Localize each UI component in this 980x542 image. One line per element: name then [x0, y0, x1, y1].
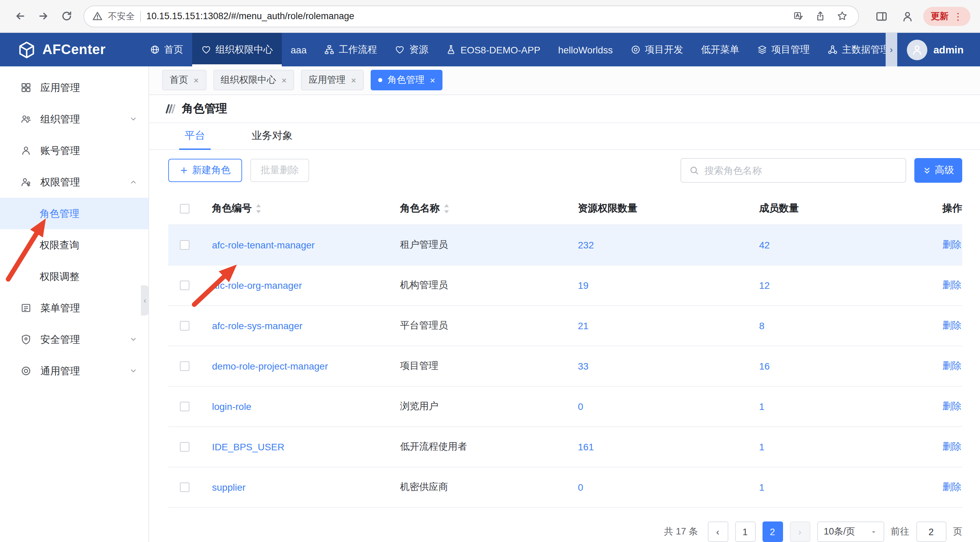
browser-forward-button[interactable]: [33, 6, 53, 26]
row-checkbox[interactable]: [180, 442, 189, 452]
page-tab-chip[interactable]: 组织权限中心 ×: [213, 70, 294, 91]
top-nav-item[interactable]: 主数据管理: [819, 33, 886, 66]
role-id-link[interactable]: afc-role-tenant-manager: [212, 239, 315, 250]
nav-scroll-right-icon[interactable]: ›: [886, 33, 897, 66]
resource-count-link[interactable]: 19: [578, 280, 589, 291]
delete-link[interactable]: 删除: [942, 481, 961, 493]
resource-count-link[interactable]: 21: [578, 320, 589, 331]
search-input[interactable]: [705, 165, 897, 176]
page-tab-chip[interactable]: 应用管理 ×: [301, 70, 363, 91]
member-count-link[interactable]: 16: [759, 361, 770, 371]
member-count-link[interactable]: 12: [759, 280, 770, 291]
browser-update-button[interactable]: 更新 ⋮: [923, 6, 970, 26]
batch-delete-button[interactable]: 批量删除: [250, 159, 309, 182]
role-id-link[interactable]: IDE_BPS_USER: [212, 442, 285, 452]
table-row[interactable]: supplier 机密供应商 0 1 删除: [168, 467, 962, 508]
role-search-box[interactable]: [681, 158, 906, 183]
sidebar-item[interactable]: 组织管理: [0, 103, 148, 135]
page-size-select[interactable]: 10条/页: [817, 521, 884, 542]
top-nav-item[interactable]: 组织权限中心: [192, 33, 282, 66]
sidebar-item[interactable]: 通用管理: [0, 355, 148, 387]
sort-icon[interactable]: [443, 203, 450, 214]
browser-reload-button[interactable]: [56, 6, 76, 26]
close-icon[interactable]: ×: [351, 76, 356, 85]
resource-count-link[interactable]: 161: [578, 442, 594, 452]
member-count-link[interactable]: 1: [759, 482, 765, 493]
row-checkbox[interactable]: [180, 483, 189, 492]
role-id-link[interactable]: afc-role-sys-manager: [212, 320, 302, 331]
bookmark-star-icon[interactable]: [834, 8, 850, 24]
select-all-checkbox[interactable]: [180, 204, 189, 213]
table-row[interactable]: afc-role-sys-manager 平台管理员 21 8 删除: [168, 306, 962, 346]
page-tab-chip[interactable]: 角色管理 ×: [371, 70, 443, 91]
role-id-link[interactable]: demo-role-project-manager: [212, 361, 328, 371]
new-role-button[interactable]: 新建角色: [168, 159, 242, 182]
close-icon[interactable]: ×: [282, 76, 286, 85]
row-checkbox[interactable]: [180, 321, 189, 330]
resource-count-link[interactable]: 0: [578, 401, 583, 412]
table-row[interactable]: afc-role-org-manager 机构管理员 19 12 删除: [168, 266, 962, 306]
row-checkbox[interactable]: [180, 361, 189, 371]
member-count-link[interactable]: 42: [759, 239, 770, 250]
top-nav-item[interactable]: aaa: [282, 33, 316, 66]
table-row[interactable]: IDE_BPS_USER 低开流程使用者 161 1 删除: [168, 427, 962, 467]
prev-page-button[interactable]: ‹: [708, 521, 728, 542]
role-id-link[interactable]: supplier: [212, 482, 245, 493]
page-tab-chip[interactable]: 首页 ×: [162, 70, 206, 91]
profile-icon[interactable]: [897, 6, 918, 26]
advanced-search-button[interactable]: 高级: [914, 158, 962, 183]
address-bar[interactable]: 不安全 10.15.15.151:13082/#/menu_auth/role/…: [83, 5, 859, 27]
delete-link[interactable]: 删除: [942, 400, 961, 413]
top-nav-item[interactable]: 首页: [141, 33, 192, 66]
member-count-link[interactable]: 8: [759, 320, 765, 331]
share-icon[interactable]: [812, 8, 828, 24]
translate-icon[interactable]: [790, 8, 806, 24]
top-nav-item[interactable]: 项目开发: [622, 33, 692, 66]
sort-icon[interactable]: [255, 203, 262, 214]
sidebar-item[interactable]: 菜单管理: [0, 292, 148, 324]
goto-page-input[interactable]: [916, 521, 946, 542]
delete-link[interactable]: 删除: [942, 239, 961, 251]
row-checkbox[interactable]: [180, 281, 189, 290]
row-checkbox[interactable]: [180, 402, 189, 411]
sidebar-item[interactable]: 权限查询: [0, 229, 148, 261]
user-menu[interactable]: admin: [897, 33, 980, 66]
delete-link[interactable]: 删除: [942, 320, 961, 332]
row-checkbox[interactable]: [180, 240, 189, 250]
page-number-button[interactable]: 2: [762, 521, 783, 542]
delete-link[interactable]: 删除: [942, 441, 961, 453]
sidebar-item[interactable]: 权限调整: [0, 261, 148, 292]
sidebar-collapse-handle[interactable]: ‹: [141, 285, 149, 316]
table-row[interactable]: demo-role-project-manager 项目管理 33 16 删除: [168, 346, 962, 387]
table-row[interactable]: afc-role-tenant-manager 租户管理员 232 42 删除: [168, 225, 962, 266]
table-row[interactable]: login-role 浏览用户 0 1 删除: [168, 387, 962, 427]
col-header-role-name[interactable]: 角色名称: [400, 202, 440, 215]
close-icon[interactable]: ×: [194, 76, 199, 85]
col-header-role-id[interactable]: 角色编号: [212, 202, 252, 215]
next-page-button[interactable]: ›: [789, 521, 810, 542]
view-tab[interactable]: 业务对象: [228, 123, 316, 149]
top-nav-item[interactable]: 低开菜单: [692, 33, 748, 66]
sidebar-item[interactable]: 应用管理: [0, 72, 148, 103]
page-number-button[interactable]: 1: [735, 521, 755, 542]
resource-count-link[interactable]: 0: [578, 482, 583, 493]
resource-count-link[interactable]: 33: [578, 361, 589, 371]
member-count-link[interactable]: 1: [759, 401, 765, 412]
role-id-link[interactable]: login-role: [212, 401, 251, 412]
top-nav-item[interactable]: EOS8-DEMO-APP: [438, 33, 549, 66]
top-nav-item[interactable]: 项目管理: [748, 33, 819, 66]
url-text[interactable]: 10.15.15.151:13082/#/menu_auth/role/role…: [146, 11, 784, 21]
member-count-link[interactable]: 1: [759, 442, 765, 452]
delete-link[interactable]: 删除: [942, 360, 961, 372]
top-nav-item[interactable]: 资源: [386, 33, 438, 66]
resource-count-link[interactable]: 232: [578, 239, 594, 250]
side-panel-icon[interactable]: [871, 6, 892, 26]
role-id-link[interactable]: afc-role-org-manager: [212, 280, 302, 291]
browser-menu-icon[interactable]: ⋮: [953, 11, 963, 22]
top-nav-item[interactable]: helloWorldss: [549, 33, 622, 66]
delete-link[interactable]: 删除: [942, 279, 961, 292]
sidebar-item[interactable]: 账号管理: [0, 135, 148, 166]
sidebar-item[interactable]: 角色管理: [0, 198, 148, 229]
app-brand[interactable]: AFCenter: [0, 33, 141, 66]
browser-back-button[interactable]: [10, 6, 30, 26]
